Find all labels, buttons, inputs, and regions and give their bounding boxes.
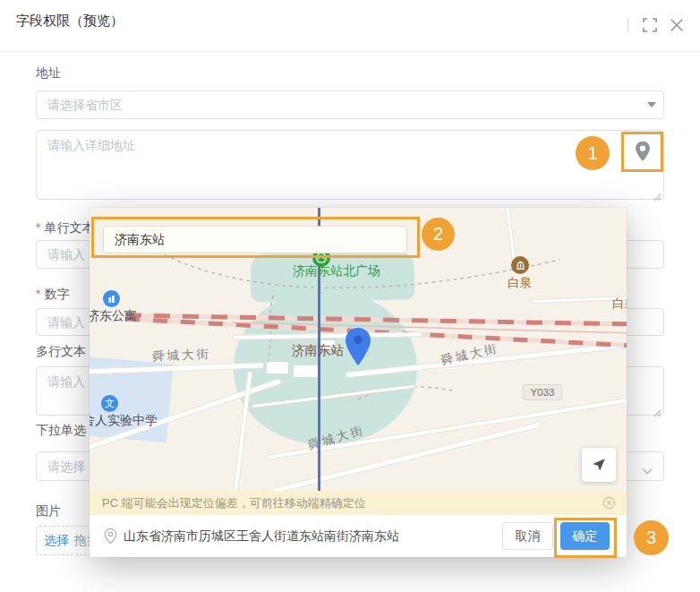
map-route-badge: Y033 [523, 384, 562, 400]
page-title: 字段权限（预览） [16, 13, 124, 30]
choose-file-link[interactable]: 选择 [44, 533, 69, 549]
school-poi-icon: 文 [101, 395, 118, 412]
header-separator [0, 51, 700, 52]
textarea-resize-handle[interactable] [653, 405, 662, 421]
dialog-footer: 山东省济南市历城区王舍人街道东站南街济南东站 取消 确定 [90, 515, 627, 557]
map-label-baiquan: 白泉 [508, 275, 532, 291]
annotation-badge-1: 1 [576, 136, 610, 170]
required-mark: * [36, 287, 40, 301]
image-label: 图片 [36, 503, 61, 519]
locating-notice-bar: PC 端可能会出现定位偏差，可前往移动端精确定位 [90, 491, 627, 515]
apartment-poi-icon [103, 290, 120, 307]
map-label-street-west: 舜城大街 [152, 346, 212, 365]
cancel-button[interactable]: 取消 [502, 522, 553, 550]
chevron-down-icon [647, 102, 656, 107]
chevron-down-icon [642, 462, 653, 478]
notice-text: PC 端可能会出现定位偏差，可前往移动端精确定位 [102, 495, 366, 511]
map-label-baiquan-right: 白泉 [612, 296, 627, 312]
dropdown-label: 下拉单选 [36, 423, 86, 439]
number-label: *数字 [36, 287, 69, 303]
fullscreen-icon[interactable] [641, 16, 659, 34]
map-building [267, 362, 288, 373]
single-line-label: *单行文本 [36, 220, 94, 236]
map-canvas[interactable]: 济南东站北广场 白泉 白泉 济东公寓 济南东站 [90, 208, 627, 491]
map-label-station: 济南东站 [292, 342, 344, 359]
multi-line-label: 多行文本 [36, 344, 86, 360]
address-label: 地址 [36, 65, 61, 82]
map-picker-dialog: 济南东站北广场 白泉 白泉 济东公寓 济南东站 [90, 208, 627, 557]
map-label-north-plaza: 济南东站北广场 [293, 263, 380, 279]
selected-address-text: 山东省济南市历城区王舍人街道东站南街济南东站 [124, 528, 399, 545]
textarea-resize-handle[interactable] [653, 189, 662, 205]
annotation-badge-2: 2 [422, 218, 455, 251]
close-icon[interactable] [668, 16, 686, 34]
notice-close-icon[interactable] [602, 496, 616, 510]
region-select[interactable] [36, 90, 664, 119]
map-building [294, 365, 319, 377]
field-permission-preview-window: 字段权限（预览） 地址 *单行文本 *数字 多行文本 下拉单选 [0, 0, 700, 592]
detail-address-textarea[interactable] [36, 130, 664, 200]
location-pin-icon [104, 528, 117, 545]
required-mark: * [36, 220, 40, 235]
locate-me-button[interactable] [582, 448, 616, 482]
map-pin-marker [346, 328, 371, 369]
annotation-badge-3: 3 [634, 520, 669, 555]
map-picker-pin-icon[interactable] [635, 141, 651, 166]
map-label-jidong-apartment: 济东公寓 [90, 308, 137, 324]
map-label-school: 舍人实验中学 [90, 413, 158, 429]
header-divider [627, 18, 628, 33]
map-search-input[interactable] [103, 226, 407, 253]
baiquan-heritage-icon [511, 256, 529, 274]
confirm-button[interactable]: 确定 [560, 522, 610, 550]
